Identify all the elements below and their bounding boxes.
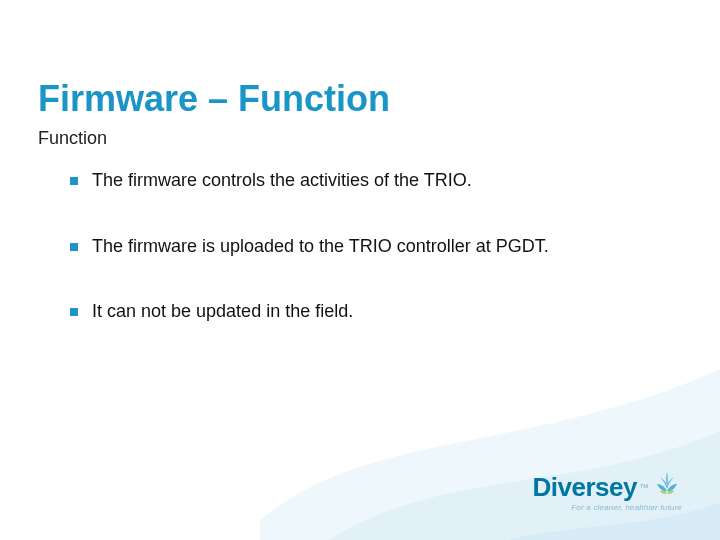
brand-logo: Diversey ™ For a cleaner, healthier futu…	[533, 469, 682, 512]
bullet-icon	[70, 243, 78, 251]
trademark-symbol: ™	[639, 482, 649, 493]
bullet-text: It can not be updated in the field.	[92, 301, 353, 323]
logo-tagline: For a cleaner, healthier future	[571, 503, 682, 512]
list-item: It can not be updated in the field.	[70, 301, 660, 323]
slide-subtitle: Function	[38, 128, 107, 149]
list-item: The firmware controls the activities of …	[70, 170, 660, 192]
logo-row: Diversey ™	[533, 469, 682, 505]
leaf-icon	[652, 469, 682, 497]
slide-title: Firmware – Function	[38, 78, 390, 120]
bullet-text: The firmware controls the activities of …	[92, 170, 472, 192]
bullet-icon	[70, 308, 78, 316]
slide: Firmware – Function Function The firmwar…	[0, 0, 720, 540]
bullet-icon	[70, 177, 78, 185]
bullet-text: The firmware is uploaded to the TRIO con…	[92, 236, 549, 258]
list-item: The firmware is uploaded to the TRIO con…	[70, 236, 660, 258]
bullet-list: The firmware controls the activities of …	[70, 170, 660, 367]
logo-wordmark: Diversey	[533, 472, 637, 503]
